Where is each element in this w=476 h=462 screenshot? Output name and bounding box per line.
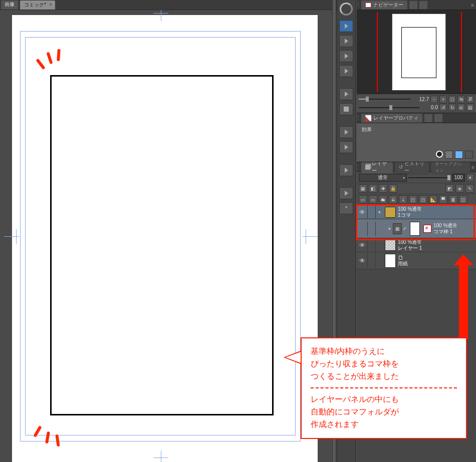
zoom-fit-button[interactable]: ◻ xyxy=(448,96,456,103)
new-folder-button[interactable]: 🖿 xyxy=(379,195,387,204)
lock-transparent-button[interactable]: ▦ xyxy=(359,184,367,193)
transfer-down-button[interactable]: ⇊ xyxy=(389,195,397,204)
folder-thumb-icon xyxy=(385,207,396,218)
mask-disabled-icon[interactable] xyxy=(423,225,431,233)
opacity-slider[interactable] xyxy=(408,176,450,180)
delete-layer-button[interactable]: 🗑 xyxy=(449,195,457,204)
new-vector-layer-button[interactable]: ▭ xyxy=(369,195,377,204)
visibility-toggle[interactable]: 👁 xyxy=(357,238,368,252)
rotate-cw-button[interactable]: ↻ xyxy=(448,104,456,111)
canvas-area[interactable] xyxy=(0,10,332,462)
visibility-toggle[interactable]: 👁 xyxy=(357,205,368,219)
lock-pixels-button[interactable]: ◧ xyxy=(369,184,377,193)
paper-icon: 🗋 xyxy=(398,255,408,261)
flip-v-button[interactable]: ⇵ xyxy=(466,96,474,103)
layer-color-button[interactable]: ▀ xyxy=(439,195,447,204)
opacity-value[interactable]: 100 xyxy=(452,174,465,182)
visibility-toggle[interactable] xyxy=(357,222,368,236)
viewport-edge-left xyxy=(377,12,378,92)
create-mask-button[interactable]: ◰ xyxy=(409,195,417,204)
rotate-ccw-button[interactable]: ↺ xyxy=(439,104,447,111)
lock-position-button[interactable]: ✚ xyxy=(379,184,387,193)
layer-row-frame-folder[interactable]: 👁 ▾ 100 %通常 1コマ xyxy=(357,205,476,219)
viewport-edge-right xyxy=(461,12,462,92)
two-pane-button[interactable]: ◫ xyxy=(459,195,467,204)
panel-grip-icon[interactable]: ⋮ xyxy=(357,164,359,170)
dock-btn-8[interactable] xyxy=(339,141,353,153)
lock-all-button[interactable]: 🔒 xyxy=(389,184,397,193)
zoom-slider[interactable] xyxy=(359,97,410,101)
rotate-slider[interactable] xyxy=(359,106,419,110)
frame-border xyxy=(50,75,274,415)
new-raster-layer-button[interactable]: ▭ xyxy=(359,195,367,204)
dock-btn-10[interactable] xyxy=(339,187,353,199)
panel-extra-tab-4[interactable] xyxy=(434,114,442,122)
enable-mask-check[interactable]: ✓ xyxy=(402,226,408,231)
dock-btn-2[interactable] xyxy=(339,35,353,47)
expand-toggle[interactable]: ▾ xyxy=(376,210,383,215)
flip-h-button[interactable]: ⇋ xyxy=(457,96,465,103)
crop-mark xyxy=(306,229,306,244)
zoom-out-button[interactable]: − xyxy=(430,96,438,103)
folder-icon xyxy=(345,145,348,150)
draft-layer-button[interactable]: ✎ xyxy=(465,184,474,193)
clip-mask-button[interactable]: ◩ xyxy=(445,184,454,193)
dock-btn-figure[interactable]: 𝄌 xyxy=(339,202,353,214)
ruler-button[interactable]: 📐 xyxy=(429,195,437,204)
extra-effect-button[interactable] xyxy=(465,151,473,159)
blend-mode-select[interactable]: 通常 xyxy=(359,174,407,182)
paper-thumb xyxy=(385,254,396,268)
dock-btn-3[interactable] xyxy=(339,50,353,62)
folder-icon xyxy=(345,92,348,97)
layer-row-layer1[interactable]: 👁 100 %通常 レイヤー 1 xyxy=(357,238,476,252)
callout-divider xyxy=(311,387,457,388)
panel-extra-tab-1[interactable] xyxy=(409,1,417,9)
rotate-extra-button[interactable]: ▤ xyxy=(466,104,474,111)
apply-mask-button[interactable]: ◳ xyxy=(419,195,427,204)
callout-line: つくることが出来ました xyxy=(311,370,457,383)
close-tab-icon[interactable]: × xyxy=(48,2,53,7)
layer-property-tab[interactable]: レイヤープロパティ xyxy=(361,114,422,123)
zoom-in-button[interactable]: ＋ xyxy=(439,96,447,103)
dock-btn-5[interactable] xyxy=(339,88,353,100)
panel-extra-tab-3[interactable] xyxy=(424,114,432,122)
lock-cell[interactable] xyxy=(368,238,376,252)
lock-cell[interactable] xyxy=(368,222,376,236)
panel-menu-icon[interactable]: ≡ xyxy=(469,2,476,8)
image-menu-button[interactable]: 画像 xyxy=(1,1,18,10)
panel-grip-icon[interactable]: ⋮ xyxy=(357,115,359,121)
lock-cell[interactable] xyxy=(368,254,376,268)
layer-property-panel: 効果 xyxy=(357,123,476,162)
panel-menu-icon[interactable]: ≡ xyxy=(470,164,476,170)
navigator-thumbnail[interactable] xyxy=(379,12,459,92)
expand-toggle[interactable]: ▾ xyxy=(386,226,393,231)
dock-btn-7[interactable] xyxy=(339,126,353,138)
document-tab[interactable]: コミック* × xyxy=(20,1,55,10)
dock-btn-grid[interactable] xyxy=(339,103,353,115)
navigator-panel xyxy=(357,10,476,94)
lock-cell[interactable] xyxy=(368,205,376,219)
opacity-spinner[interactable]: ▾ xyxy=(466,174,474,181)
tone-effect-button[interactable] xyxy=(445,151,453,159)
layer-lock-row: ▦ ◧ ✚ 🔒 ◩ ◈ ✎ xyxy=(357,183,476,194)
dock-btn-subview[interactable] xyxy=(339,20,353,32)
frame-thumb xyxy=(410,222,420,236)
panel-extra-tab-2[interactable] xyxy=(419,1,427,9)
zoom-value: 12.7 xyxy=(414,97,429,102)
border-effect-button[interactable] xyxy=(436,151,443,158)
navigator-tab[interactable]: ナビゲーター xyxy=(361,1,407,10)
visibility-toggle[interactable]: 👁 xyxy=(357,254,368,268)
layer-color-effect-button[interactable] xyxy=(455,151,463,159)
reference-layer-button[interactable]: ◈ xyxy=(455,184,464,193)
folder-icon xyxy=(345,168,348,173)
rotate-reset-button[interactable]: ⦻ xyxy=(457,104,465,111)
layer-row-frame[interactable]: ▾ ▦ ✓ 100 %通常 コマ枠 1 xyxy=(357,219,476,238)
callout-tail xyxy=(284,350,302,364)
layer-property-tab-bar: ⋮ レイヤープロパティ xyxy=(357,113,476,123)
dock-btn-9[interactable] xyxy=(339,164,353,176)
quick-access-ring[interactable] xyxy=(337,1,355,17)
layer-opacity-label: 100 %通常 xyxy=(398,206,422,212)
dock-btn-4[interactable] xyxy=(339,65,353,77)
panel-grip-icon[interactable]: ⋮ xyxy=(357,2,359,8)
merge-down-button[interactable]: ⤓ xyxy=(399,195,407,204)
